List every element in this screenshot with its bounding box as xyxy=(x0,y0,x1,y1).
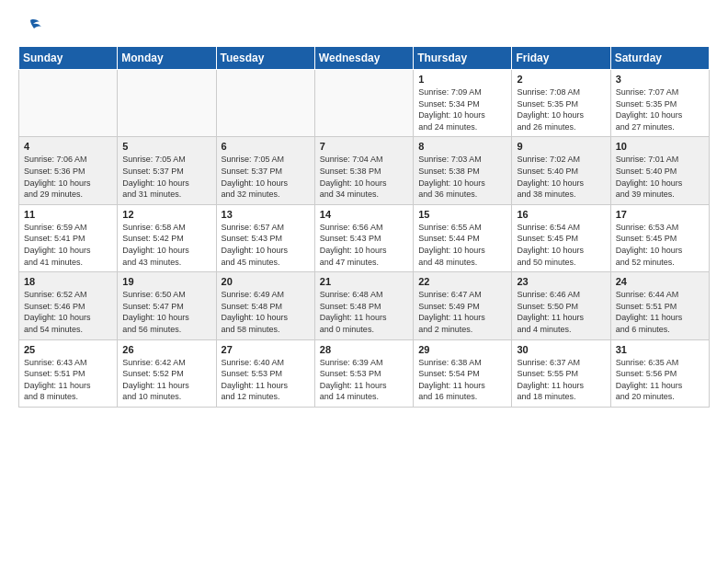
calendar-cell xyxy=(314,70,413,137)
calendar-cell: 5Sunrise: 7:05 AM Sunset: 5:37 PM Daylig… xyxy=(118,137,216,204)
calendar-cell: 23Sunrise: 6:46 AM Sunset: 5:50 PM Dayli… xyxy=(512,272,610,339)
calendar-cell: 17Sunrise: 6:53 AM Sunset: 5:45 PM Dayli… xyxy=(610,204,709,271)
day-info: Sunrise: 6:46 AM Sunset: 5:50 PM Dayligh… xyxy=(517,289,605,335)
day-info: Sunrise: 6:39 AM Sunset: 5:53 PM Dayligh… xyxy=(320,357,408,403)
calendar-cell: 15Sunrise: 6:55 AM Sunset: 5:44 PM Dayli… xyxy=(414,204,512,271)
calendar-cell: 18Sunrise: 6:52 AM Sunset: 5:46 PM Dayli… xyxy=(19,272,118,339)
day-info: Sunrise: 6:49 AM Sunset: 5:48 PM Dayligh… xyxy=(222,289,310,335)
calendar-week-5: 25Sunrise: 6:43 AM Sunset: 5:51 PM Dayli… xyxy=(19,339,710,407)
day-number: 7 xyxy=(320,141,408,152)
logo-bird-icon xyxy=(19,18,41,40)
day-number: 3 xyxy=(616,74,704,85)
day-info: Sunrise: 6:43 AM Sunset: 5:51 PM Dayligh… xyxy=(24,357,112,403)
day-info: Sunrise: 7:04 AM Sunset: 5:38 PM Dayligh… xyxy=(320,154,408,200)
calendar-cell: 31Sunrise: 6:35 AM Sunset: 5:56 PM Dayli… xyxy=(610,339,709,407)
calendar-cell: 11Sunrise: 6:59 AM Sunset: 5:41 PM Dayli… xyxy=(19,204,118,271)
day-number: 8 xyxy=(418,141,506,152)
day-info: Sunrise: 6:56 AM Sunset: 5:43 PM Dayligh… xyxy=(320,222,408,268)
day-info: Sunrise: 6:59 AM Sunset: 5:41 PM Dayligh… xyxy=(24,222,112,268)
day-number: 2 xyxy=(517,74,605,85)
day-number: 23 xyxy=(517,276,605,287)
day-number: 20 xyxy=(222,276,310,287)
calendar-cell xyxy=(19,70,118,137)
day-info: Sunrise: 6:54 AM Sunset: 5:45 PM Dayligh… xyxy=(517,222,605,268)
day-info: Sunrise: 6:38 AM Sunset: 5:54 PM Dayligh… xyxy=(418,357,506,403)
day-number: 22 xyxy=(418,276,506,287)
weekday-header-wednesday: Wednesday xyxy=(314,47,413,70)
day-number: 12 xyxy=(122,209,210,220)
calendar-week-1: 1Sunrise: 7:09 AM Sunset: 5:34 PM Daylig… xyxy=(19,70,710,137)
calendar-table: SundayMondayTuesdayWednesdayThursdayFrid… xyxy=(18,46,710,408)
calendar-cell: 24Sunrise: 6:44 AM Sunset: 5:51 PM Dayli… xyxy=(610,272,709,339)
calendar-cell: 26Sunrise: 6:42 AM Sunset: 5:52 PM Dayli… xyxy=(118,339,216,407)
day-number: 6 xyxy=(222,141,310,152)
day-info: Sunrise: 7:03 AM Sunset: 5:38 PM Dayligh… xyxy=(418,154,506,200)
day-info: Sunrise: 6:58 AM Sunset: 5:42 PM Dayligh… xyxy=(122,222,210,268)
calendar-cell: 21Sunrise: 6:48 AM Sunset: 5:48 PM Dayli… xyxy=(314,272,413,339)
calendar-week-3: 11Sunrise: 6:59 AM Sunset: 5:41 PM Dayli… xyxy=(19,204,710,271)
day-number: 25 xyxy=(24,344,112,355)
day-number: 21 xyxy=(320,276,408,287)
calendar-cell xyxy=(118,70,216,137)
calendar-cell: 14Sunrise: 6:56 AM Sunset: 5:43 PM Dayli… xyxy=(314,204,413,271)
weekday-header-saturday: Saturday xyxy=(610,47,709,70)
day-number: 30 xyxy=(517,344,605,355)
day-info: Sunrise: 6:42 AM Sunset: 5:52 PM Dayligh… xyxy=(122,357,210,403)
calendar-cell: 3Sunrise: 7:07 AM Sunset: 5:35 PM Daylig… xyxy=(610,70,709,137)
day-number: 14 xyxy=(320,209,408,220)
day-info: Sunrise: 6:40 AM Sunset: 5:53 PM Dayligh… xyxy=(222,357,310,403)
calendar-week-4: 18Sunrise: 6:52 AM Sunset: 5:46 PM Dayli… xyxy=(19,272,710,339)
day-info: Sunrise: 7:06 AM Sunset: 5:36 PM Dayligh… xyxy=(24,154,112,200)
calendar-cell: 22Sunrise: 6:47 AM Sunset: 5:49 PM Dayli… xyxy=(414,272,512,339)
calendar-cell: 30Sunrise: 6:37 AM Sunset: 5:55 PM Dayli… xyxy=(512,339,610,407)
calendar-cell: 10Sunrise: 7:01 AM Sunset: 5:40 PM Dayli… xyxy=(610,137,709,204)
calendar-cell: 2Sunrise: 7:08 AM Sunset: 5:35 PM Daylig… xyxy=(512,70,610,137)
day-info: Sunrise: 6:37 AM Sunset: 5:55 PM Dayligh… xyxy=(517,357,605,403)
day-number: 1 xyxy=(418,74,506,85)
calendar-cell: 12Sunrise: 6:58 AM Sunset: 5:42 PM Dayli… xyxy=(118,204,216,271)
day-number: 27 xyxy=(222,344,310,355)
day-number: 5 xyxy=(122,141,210,152)
calendar-cell xyxy=(216,70,314,137)
day-info: Sunrise: 6:47 AM Sunset: 5:49 PM Dayligh… xyxy=(418,289,506,335)
day-info: Sunrise: 6:48 AM Sunset: 5:48 PM Dayligh… xyxy=(320,289,408,335)
day-info: Sunrise: 6:35 AM Sunset: 5:56 PM Dayligh… xyxy=(616,357,704,403)
day-info: Sunrise: 7:08 AM Sunset: 5:35 PM Dayligh… xyxy=(517,86,605,132)
calendar-cell: 13Sunrise: 6:57 AM Sunset: 5:43 PM Dayli… xyxy=(216,204,314,271)
day-info: Sunrise: 6:52 AM Sunset: 5:46 PM Dayligh… xyxy=(24,289,112,335)
day-info: Sunrise: 6:55 AM Sunset: 5:44 PM Dayligh… xyxy=(418,222,506,268)
page-header xyxy=(18,15,710,40)
weekday-header-monday: Monday xyxy=(118,47,216,70)
calendar-cell: 25Sunrise: 6:43 AM Sunset: 5:51 PM Dayli… xyxy=(19,339,118,407)
weekday-header-thursday: Thursday xyxy=(414,47,512,70)
day-number: 28 xyxy=(320,344,408,355)
day-number: 16 xyxy=(517,209,605,220)
weekday-header-sunday: Sunday xyxy=(19,47,118,70)
calendar-cell: 29Sunrise: 6:38 AM Sunset: 5:54 PM Dayli… xyxy=(414,339,512,407)
calendar-cell: 8Sunrise: 7:03 AM Sunset: 5:38 PM Daylig… xyxy=(414,137,512,204)
day-info: Sunrise: 7:09 AM Sunset: 5:34 PM Dayligh… xyxy=(418,86,506,132)
day-number: 4 xyxy=(24,141,112,152)
calendar-cell: 1Sunrise: 7:09 AM Sunset: 5:34 PM Daylig… xyxy=(414,70,512,137)
calendar-cell: 4Sunrise: 7:06 AM Sunset: 5:36 PM Daylig… xyxy=(19,137,118,204)
day-info: Sunrise: 6:44 AM Sunset: 5:51 PM Dayligh… xyxy=(616,289,704,335)
calendar-week-2: 4Sunrise: 7:06 AM Sunset: 5:36 PM Daylig… xyxy=(19,137,710,204)
day-number: 29 xyxy=(418,344,506,355)
calendar-cell: 27Sunrise: 6:40 AM Sunset: 5:53 PM Dayli… xyxy=(216,339,314,407)
day-number: 19 xyxy=(122,276,210,287)
day-number: 31 xyxy=(616,344,704,355)
weekday-header-row: SundayMondayTuesdayWednesdayThursdayFrid… xyxy=(19,47,710,70)
calendar-cell: 20Sunrise: 6:49 AM Sunset: 5:48 PM Dayli… xyxy=(216,272,314,339)
weekday-header-tuesday: Tuesday xyxy=(216,47,314,70)
day-number: 9 xyxy=(517,141,605,152)
day-info: Sunrise: 7:05 AM Sunset: 5:37 PM Dayligh… xyxy=(222,154,310,200)
day-number: 18 xyxy=(24,276,112,287)
day-number: 26 xyxy=(122,344,210,355)
day-number: 13 xyxy=(222,209,310,220)
day-info: Sunrise: 6:53 AM Sunset: 5:45 PM Dayligh… xyxy=(616,222,704,268)
day-info: Sunrise: 7:02 AM Sunset: 5:40 PM Dayligh… xyxy=(517,154,605,200)
day-info: Sunrise: 6:57 AM Sunset: 5:43 PM Dayligh… xyxy=(222,222,310,268)
day-number: 17 xyxy=(616,209,704,220)
calendar-cell: 19Sunrise: 6:50 AM Sunset: 5:47 PM Dayli… xyxy=(118,272,216,339)
calendar-cell: 9Sunrise: 7:02 AM Sunset: 5:40 PM Daylig… xyxy=(512,137,610,204)
